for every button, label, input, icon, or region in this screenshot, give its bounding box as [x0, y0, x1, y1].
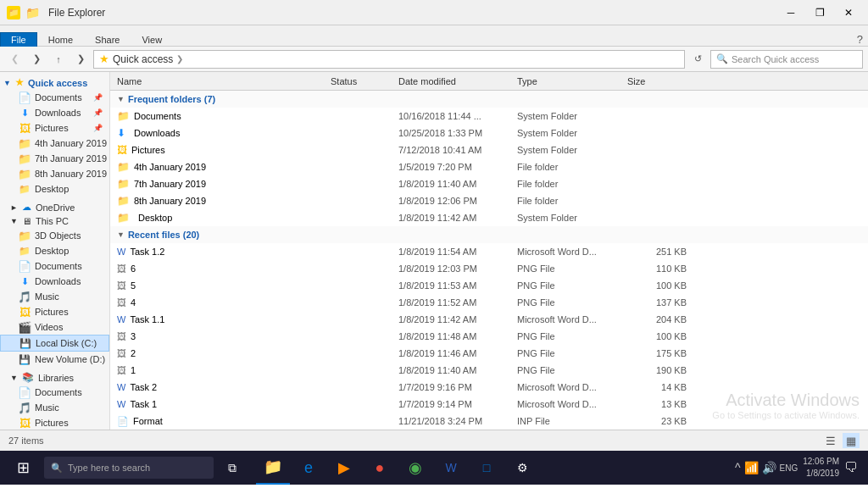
- file-type: PNG File: [517, 297, 627, 308]
- table-row[interactable]: 🖼1 1/8/2019 11:40 AM PNG File 190 KB: [110, 362, 868, 379]
- sidebar-item-downloads[interactable]: ⬇ Downloads 📌: [0, 105, 109, 120]
- sidebar-libraries[interactable]: ▼ 📚 Libraries: [0, 370, 109, 385]
- table-row[interactable]: WTask 1.1 1/8/2019 11:42 AM Microsoft Wo…: [110, 311, 868, 328]
- sidebar-item-label: Documents: [35, 261, 82, 271]
- back-button[interactable]: ❮: [5, 50, 24, 69]
- sidebar-onedrive[interactable]: ► ☁ OneDrive: [0, 200, 109, 214]
- table-row[interactable]: WTask 1 1/7/2019 9:14 PM Microsoft Word …: [110, 396, 868, 413]
- sidebar-lib-music[interactable]: 🎵 Music: [0, 400, 109, 415]
- tab-share[interactable]: Share: [84, 32, 131, 47]
- taskbar-edge-icon[interactable]: e: [292, 451, 326, 485]
- taskbar-settings-icon[interactable]: ⚙: [505, 451, 539, 485]
- taskbar-search[interactable]: 🔍 Type here to search: [44, 457, 214, 479]
- col-type-header[interactable]: Type: [517, 76, 627, 86]
- sidebar-item-8th-jan[interactable]: 📁 8th January 2019: [0, 166, 109, 181]
- table-row[interactable]: 🖼3 1/8/2019 11:48 AM PNG File 100 KB: [110, 328, 868, 345]
- libraries-label: Libraries: [38, 373, 74, 383]
- sidebar-3d-objects[interactable]: 📁 3D Objects: [0, 228, 109, 243]
- tab-file[interactable]: File: [0, 32, 37, 47]
- sidebar-videos[interactable]: 🎬 Videos: [0, 319, 109, 335]
- folder-icon: 📁: [117, 195, 130, 207]
- table-row[interactable]: WTask 1.2 1/8/2019 11:54 AM Microsoft Wo…: [110, 243, 868, 260]
- quick-access-label: Quick access: [28, 78, 87, 88]
- table-row[interactable]: 🖼6 1/8/2019 12:03 PM PNG File 110 KB: [110, 260, 868, 277]
- sidebar-item-4th-jan[interactable]: 📁 4th January 2019: [0, 136, 109, 151]
- taskbar-app3-icon[interactable]: ●: [363, 451, 397, 485]
- sidebar-item-pictures[interactable]: 🖼 Pictures 📌: [0, 120, 109, 136]
- close-button[interactable]: ✕: [836, 4, 861, 21]
- clock[interactable]: 12:06 PM 1/8/2019: [803, 456, 839, 480]
- up-button[interactable]: ↑: [49, 50, 68, 69]
- table-row[interactable]: 📁8th January 2019 1/8/2019 12:06 PM File…: [110, 192, 868, 209]
- folder-icon: 🎵: [19, 291, 31, 302]
- date-display: 1/8/2019: [803, 468, 839, 480]
- tab-view[interactable]: View: [131, 32, 173, 47]
- recent-files-header[interactable]: ▼ Recent files (20): [110, 226, 868, 243]
- tab-home[interactable]: Home: [37, 32, 84, 47]
- sidebar-local-disk[interactable]: 💾 Local Disk (C:): [0, 335, 109, 352]
- sidebar-pictures[interactable]: 🖼 Pictures: [0, 304, 109, 319]
- item-count: 27 items: [8, 435, 44, 446]
- refresh-button[interactable]: ↺: [688, 50, 707, 69]
- column-headers: Name Status Date modified Type Size: [110, 72, 868, 91]
- table-row[interactable]: 📁Desktop 1/8/2019 11:42 AM System Folder: [110, 209, 868, 226]
- file-name: Task 2: [130, 382, 157, 392]
- sidebar-lib-pictures[interactable]: 🖼 Pictures: [0, 415, 109, 430]
- chevron-icon: ►: [10, 203, 18, 212]
- sidebar-desktop[interactable]: 📁 Desktop: [0, 243, 109, 258]
- help-icon[interactable]: ?: [857, 33, 863, 46]
- volume-icon[interactable]: 🔊: [762, 461, 776, 474]
- frequent-folders-header[interactable]: ▼ Frequent folders (7): [110, 91, 868, 108]
- col-status-header[interactable]: Status: [331, 76, 398, 86]
- folder-icon: ⬇: [117, 127, 125, 139]
- col-date-header[interactable]: Date modified: [398, 76, 517, 86]
- sidebar-item-label: Videos: [35, 322, 63, 332]
- table-row[interactable]: 🖼Pictures 7/12/2018 10:41 AM System Fold…: [110, 141, 868, 158]
- sidebar-music[interactable]: 🎵 Music: [0, 289, 109, 304]
- table-row[interactable]: 📄Format 11/21/2018 3:24 PM INP File 23 K…: [110, 413, 868, 430]
- table-row[interactable]: ⬇Downloads 10/25/2018 1:33 PM System Fol…: [110, 125, 868, 141]
- forward-button[interactable]: ❯: [27, 50, 46, 69]
- table-row[interactable]: 🖼5 1/8/2019 11:53 AM PNG File 100 KB: [110, 277, 868, 294]
- folder-icon: 📁: [19, 168, 31, 180]
- address-path[interactable]: ★ Quick access ❯: [93, 50, 685, 69]
- table-row[interactable]: 📁Documents 10/16/2018 11:44 ... System F…: [110, 108, 868, 125]
- col-size-header[interactable]: Size: [627, 76, 687, 86]
- title-bar-left: 📁 📁 File Explorer: [7, 6, 105, 19]
- table-row[interactable]: 📁7th January 2019 1/8/2019 11:40 AM File…: [110, 175, 868, 192]
- sidebar-item-documents[interactable]: 📄 Documents 📌: [0, 90, 109, 105]
- taskbar-word-icon[interactable]: W: [434, 451, 468, 485]
- table-row[interactable]: 🖼4 1/8/2019 11:52 AM PNG File 137 KB: [110, 294, 868, 311]
- sidebar-item-desktop[interactable]: 📁 Desktop: [0, 181, 109, 197]
- taskbar-vlc-icon[interactable]: ▶: [327, 451, 361, 485]
- taskview-button[interactable]: ⧉: [215, 451, 249, 485]
- sidebar-this-pc[interactable]: ▼ 🖥 This PC: [0, 214, 109, 228]
- sidebar-item-7th-jan[interactable]: 📁 7th January 2019: [0, 151, 109, 166]
- taskbar-app4-icon[interactable]: □: [470, 451, 504, 485]
- table-row[interactable]: 🖼2 1/8/2019 11:46 AM PNG File 175 KB: [110, 345, 868, 362]
- list-view-button[interactable]: ▦: [843, 433, 860, 448]
- col-name-header[interactable]: Name: [110, 76, 331, 86]
- taskbar-chrome-icon[interactable]: ◉: [398, 451, 432, 485]
- taskbar-explorer-icon[interactable]: 📁: [256, 451, 290, 485]
- start-button[interactable]: ⊞: [3, 451, 42, 485]
- recent-locations-button[interactable]: ❯: [71, 50, 90, 69]
- sidebar-documents[interactable]: 📄 Documents: [0, 258, 109, 274]
- folder-icon: 🖼: [117, 144, 127, 156]
- minimize-button[interactable]: ─: [778, 4, 804, 21]
- table-row[interactable]: 📁4th January 2019 1/5/2019 7:20 PM File …: [110, 158, 868, 175]
- details-view-button[interactable]: ☰: [822, 433, 839, 448]
- sidebar-downloads[interactable]: ⬇ Downloads: [0, 274, 109, 289]
- sidebar-quick-access[interactable]: ▼ ★ Quick access: [0, 75, 109, 90]
- sidebar-lib-documents[interactable]: 📄 Documents: [0, 385, 109, 400]
- network-icon[interactable]: 📶: [744, 461, 759, 474]
- maximize-button[interactable]: ❐: [807, 4, 832, 21]
- file-name: 6: [131, 263, 136, 274]
- notifications-icon[interactable]: 🗨: [844, 460, 858, 475]
- system-tray: ^ 📶 🔊 ENG: [735, 461, 798, 474]
- lang-label[interactable]: ENG: [780, 463, 798, 473]
- tray-up-arrow[interactable]: ^: [735, 461, 741, 474]
- search-box[interactable]: 🔍 Search Quick access: [710, 50, 863, 69]
- table-row[interactable]: WTask 2 1/7/2019 9:16 PM Microsoft Word …: [110, 379, 868, 396]
- sidebar-new-volume[interactable]: 💾 New Volume (D:): [0, 352, 109, 367]
